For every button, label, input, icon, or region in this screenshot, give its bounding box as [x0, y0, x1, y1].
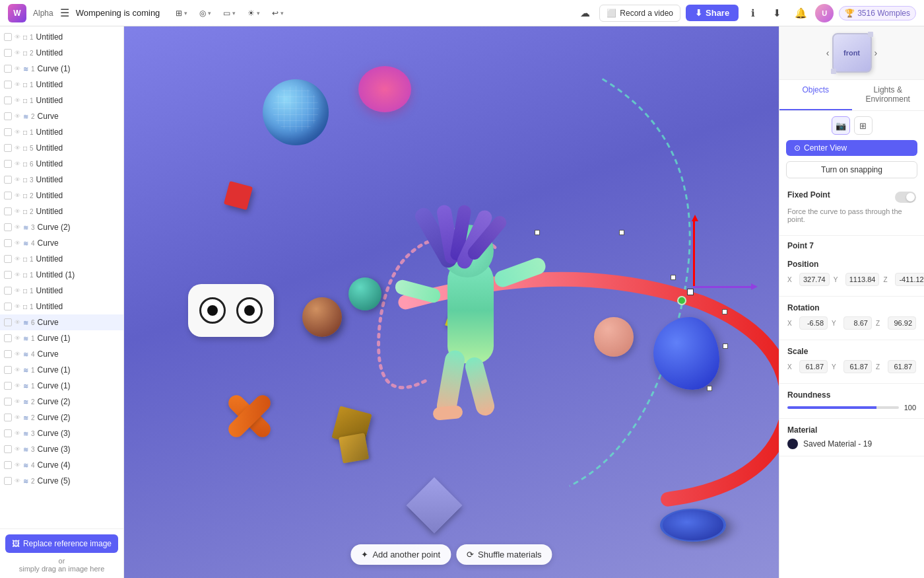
layer-item-22[interactable]: 👁 ≋ 1 Curve (1)	[0, 378, 123, 394]
layer-item-19[interactable]: 👁 ≋ 1 Curve (1) •••	[0, 330, 123, 346]
pos-y-input[interactable]: 1113.84	[845, 273, 880, 286]
layer-item-16[interactable]: 👁 □ 1 Untitled	[0, 283, 123, 299]
tab-lights-env[interactable]: Lights & Environment	[852, 80, 925, 110]
layer-checkbox-0[interactable]	[4, 33, 12, 41]
layer-item-13[interactable]: 👁 ≋ 4 Curve	[0, 235, 123, 251]
layer-checkbox-16[interactable]	[4, 287, 12, 295]
layer-item-11[interactable]: 👁 □ 2 Untitled	[0, 203, 123, 219]
layer-item-8[interactable]: 👁 □ 6 Untitled	[0, 156, 123, 172]
layer-checkbox-24[interactable]	[4, 414, 12, 421]
layer-item-17[interactable]: 👁 □ 1 Untitled	[0, 299, 123, 314]
cube-left-arrow[interactable]: ‹	[824, 45, 832, 61]
layer-checkbox-15[interactable]	[4, 271, 12, 279]
hamburger-icon[interactable]: ☰	[60, 7, 69, 19]
layer-item-10[interactable]: 👁 □ 2 Untitled	[0, 188, 123, 203]
material-name[interactable]: Saved Material - 19	[803, 439, 872, 449]
canvas-area[interactable]: ✦ Add another point ⟳ Shuffle materials	[124, 26, 779, 578]
scale-y-input[interactable]: 61.87	[843, 360, 872, 373]
scale-x-input[interactable]: 61.87	[799, 360, 828, 373]
replace-reference-btn[interactable]: 🖼 Replace reference image	[5, 534, 118, 553]
layer-checkbox-25[interactable]	[4, 429, 12, 437]
shuffle-materials-btn[interactable]: ⟳ Shuffle materials	[456, 544, 552, 565]
center-view-btn[interactable]: ⊙ Center View	[786, 140, 917, 156]
layer-checkbox-18[interactable]	[4, 318, 12, 326]
layer-checkbox-10[interactable]	[4, 192, 12, 199]
rot-y-input[interactable]: 8.67	[843, 316, 872, 330]
layer-item-23[interactable]: 👁 ≋ 2 Curve (2)	[0, 394, 123, 410]
download-icon-btn[interactable]: ⬇	[768, 4, 786, 22]
layer-item-3[interactable]: 👁 □ 1 Untitled	[0, 77, 123, 92]
light-tool-btn[interactable]: ☀ ▾	[244, 7, 264, 20]
layer-checkbox-4[interactable]	[4, 96, 12, 104]
layer-checkbox-12[interactable]	[4, 223, 12, 231]
layer-item-4[interactable]: 👁 □ 1 Untitled	[0, 92, 123, 108]
layer-item-2[interactable]: 👁 ≋ 1 Curve (1)	[0, 61, 123, 77]
project-title[interactable]: Wompening is coming	[76, 8, 160, 18]
history-tool-btn[interactable]: ↩ ▾	[268, 7, 288, 20]
layer-checkbox-5[interactable]	[4, 112, 12, 120]
layer-checkbox-17[interactable]	[4, 303, 12, 310]
grid-tool-btn[interactable]: ⊞ ▾	[172, 7, 191, 20]
view-btn-camera[interactable]: 📷	[832, 116, 850, 135]
layer-checkbox-23[interactable]	[4, 398, 12, 406]
pos-x-input[interactable]: 327.74	[799, 273, 830, 286]
layer-item-25[interactable]: 👁 ≋ 3 Curve (3)	[0, 425, 123, 441]
layer-checkbox-3[interactable]	[4, 81, 12, 89]
select-tool-btn[interactable]: ◎ ▾	[195, 7, 215, 20]
layer-checkbox-6[interactable]	[4, 128, 12, 136]
layer-checkbox-11[interactable]	[4, 207, 12, 215]
layer-item-7[interactable]: 👁 □ 5 Untitled	[0, 140, 123, 156]
layer-item-0[interactable]: 👁 □ 1 Untitled	[0, 29, 123, 45]
layer-item-15[interactable]: 👁 □ 1 Untitled (1)	[0, 267, 123, 283]
cube-right-arrow[interactable]: ›	[872, 45, 880, 61]
layer-name-15: Untitled (1)	[36, 270, 119, 279]
layer-item-14[interactable]: 👁 □ 1 Untitled	[0, 251, 123, 267]
view-cube[interactable]: front	[832, 33, 872, 73]
layer-item-26[interactable]: 👁 ≋ 3 Curve (3)	[0, 441, 123, 457]
layer-checkbox-13[interactable]	[4, 239, 12, 247]
layer-checkbox-27[interactable]	[4, 461, 12, 469]
tab-objects[interactable]: Objects	[779, 80, 852, 110]
scale-x-label: X	[787, 363, 795, 371]
layer-checkbox-14[interactable]	[4, 255, 12, 263]
layer-checkbox-2[interactable]	[4, 65, 12, 73]
layer-item-24[interactable]: 👁 ≋ 2 Curve (2)	[0, 410, 123, 425]
record-btn[interactable]: ⬜ Record a video	[599, 5, 680, 22]
add-point-btn[interactable]: ✦ Add another point	[350, 544, 451, 565]
layer-checkbox-8[interactable]	[4, 160, 12, 168]
layer-checkbox-22[interactable]	[4, 382, 12, 390]
layer-checkbox-7[interactable]	[4, 144, 12, 152]
roundness-slider[interactable]	[787, 406, 899, 409]
salmon-sphere-obj	[594, 317, 634, 357]
layer-checkbox-21[interactable]	[4, 366, 12, 374]
layer-checkbox-1[interactable]	[4, 49, 12, 57]
avatar[interactable]: U	[815, 4, 834, 22]
layer-item-9[interactable]: 👁 □ 3 Untitled	[0, 172, 123, 188]
layer-item-28[interactable]: 👁 ≋ 2 Curve (5)	[0, 473, 123, 489]
layer-checkbox-20[interactable]	[4, 350, 12, 358]
layer-checkbox-9[interactable]	[4, 176, 12, 184]
fixed-point-switch[interactable]	[895, 192, 916, 203]
snapping-btn[interactable]: Turn on snapping	[786, 161, 917, 178]
cloud-icon[interactable]: ☁	[576, 4, 594, 22]
layer-checkbox-26[interactable]	[4, 445, 12, 453]
layer-checkbox-19[interactable]	[4, 334, 12, 342]
layer-item-20[interactable]: 👁 ≋ 4 Curve	[0, 346, 123, 362]
layer-item-18[interactable]: 👁 ≋ 6 Curve	[0, 314, 123, 330]
view-btn-grid[interactable]: ⊞	[854, 116, 873, 135]
rot-x-input[interactable]: -6.58	[799, 316, 828, 330]
layer-item-1[interactable]: 👁 □ 2 Untitled	[0, 45, 123, 61]
layer-checkbox-28[interactable]	[4, 477, 12, 485]
notification-icon[interactable]: 🔔	[791, 4, 810, 22]
info-icon[interactable]: ℹ	[744, 4, 762, 22]
scale-z-input[interactable]: 61.87	[888, 360, 916, 373]
pos-z-input[interactable]: -411.12	[895, 273, 924, 286]
layer-item-27[interactable]: 👁 ≋ 4 Curve (4)	[0, 457, 123, 473]
layer-item-12[interactable]: 👁 ≋ 3 Curve (2)	[0, 219, 123, 235]
layer-item-5[interactable]: 👁 ≋ 2 Curve	[0, 108, 123, 124]
shape-tool-btn[interactable]: ▭ ▾	[219, 7, 240, 20]
share-btn[interactable]: ⬇ Share	[686, 5, 739, 21]
layer-item-21[interactable]: 👁 ≋ 1 Curve (1)	[0, 362, 123, 378]
rot-z-input[interactable]: 96.92	[888, 316, 916, 330]
layer-item-6[interactable]: 👁 □ 1 Untitled	[0, 124, 123, 140]
